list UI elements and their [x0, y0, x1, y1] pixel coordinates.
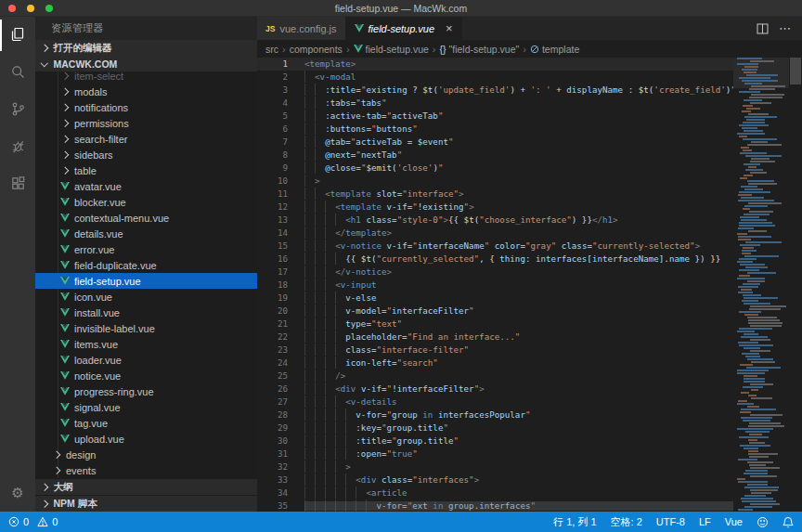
encoding-setting[interactable]: UTF-8: [656, 516, 685, 527]
tab-field-setup.vue[interactable]: field-setup.vue×: [346, 17, 462, 40]
tree-file-field-duplicate.vue[interactable]: field-duplicate.vue: [35, 257, 257, 273]
code-line-24[interactable]: icon-left="search": [304, 357, 733, 370]
search-activity-button[interactable]: [0, 54, 35, 91]
tree-file-contextual-menu.vue[interactable]: contextual-menu.vue: [35, 210, 257, 226]
close-window-button[interactable]: [8, 5, 16, 12]
code-line-25[interactable]: />: [304, 370, 733, 383]
minimap[interactable]: [733, 58, 789, 512]
code-editor[interactable]: 1234567891011121314151617181920212223242…: [257, 58, 802, 512]
open-editors-section[interactable]: 打开的编辑器: [35, 40, 257, 56]
breadcrumb-item-5[interactable]: template: [530, 44, 579, 55]
problems-warnings[interactable]: 0: [37, 516, 58, 527]
tree-file-signal.vue[interactable]: signal.vue: [35, 399, 257, 415]
tree-folder-table[interactable]: table: [35, 162, 257, 178]
zoom-window-button[interactable]: [45, 5, 53, 12]
tree-file-field-setup.vue[interactable]: field-setup.vue: [35, 273, 257, 289]
split-editor-icon[interactable]: [757, 23, 769, 34]
extensions-activity-button[interactable]: [0, 165, 35, 202]
problems-errors[interactable]: 0: [8, 516, 29, 527]
notifications-bell-icon[interactable]: [783, 516, 794, 528]
cursor-position[interactable]: 行 1, 列 1: [553, 515, 596, 529]
code-line-30[interactable]: :title="group.title": [304, 435, 733, 448]
code-line-10[interactable]: >: [304, 175, 733, 188]
tree-folder-permissions[interactable]: permissions: [35, 115, 257, 131]
tree-file-loader.vue[interactable]: loader.vue: [35, 352, 257, 368]
settings-button[interactable]: ⚙: [0, 474, 35, 512]
tree-file-invisible-label.vue[interactable]: invisible-label.vue: [35, 320, 257, 336]
vertical-scrollbar[interactable]: [789, 58, 802, 512]
code-line-9[interactable]: @close="$emit('close')": [304, 162, 733, 175]
code-line-26[interactable]: <div v-if="!interfaceFilter">: [304, 383, 733, 396]
code-line-32[interactable]: >: [304, 461, 733, 474]
tree-folder-notifications[interactable]: notifications: [35, 99, 257, 115]
tab-vue.config.js[interactable]: JSvue.config.js: [257, 17, 346, 40]
code-line-19[interactable]: v-else: [304, 292, 733, 305]
code-line-17[interactable]: </v-notice>: [304, 266, 733, 279]
breadcrumb-item-3[interactable]: field-setup.vue: [354, 44, 429, 55]
code-line-18[interactable]: <v-input: [304, 279, 733, 292]
outline-section[interactable]: 大纲: [35, 478, 257, 495]
tree-file-icon.vue[interactable]: icon.vue: [35, 289, 257, 305]
tree-folder-modals[interactable]: modals: [35, 84, 257, 99]
tree-file-install.vue[interactable]: install.vue: [35, 305, 257, 320]
tree-file-progress-ring.vue[interactable]: progress-ring.vue: [35, 383, 257, 399]
eol-setting[interactable]: LF: [699, 516, 711, 527]
code-line-21[interactable]: type="text": [304, 318, 733, 331]
code-line-28[interactable]: v-for="group in interfacesPopular": [304, 409, 733, 422]
tree-folder-events[interactable]: events: [35, 462, 257, 478]
chevron-right-icon: [41, 45, 48, 52]
tree-folder-search-filter[interactable]: search-filter: [35, 131, 257, 147]
tree-file-blocker.vue[interactable]: blocker.vue: [35, 194, 257, 210]
code-line-20[interactable]: v-model="interfaceFilter": [304, 305, 733, 318]
code-line-14[interactable]: </template>: [304, 227, 733, 240]
code-line-15[interactable]: <v-notice v-if="interfaceName" color="gr…: [304, 240, 733, 253]
npm-scripts-section[interactable]: NPM 脚本: [35, 495, 257, 512]
explorer-activity-button[interactable]: [0, 17, 35, 54]
source-control-activity-button[interactable]: [0, 91, 35, 128]
code-line-4[interactable]: :tabs="tabs": [304, 97, 733, 110]
vertical-scrollbar-thumb[interactable]: [790, 58, 801, 84]
code-line-2[interactable]: <v-modal: [304, 71, 733, 84]
tree-file-error.vue[interactable]: error.vue: [35, 241, 257, 257]
code-line-6[interactable]: :buttons="buttons": [304, 123, 733, 136]
breadcrumb-item-4[interactable]: {}"field-setup.vue": [440, 44, 520, 55]
tree-file-tag.vue[interactable]: tag.vue: [35, 415, 257, 431]
breadcrumb-item-2[interactable]: components: [290, 44, 343, 55]
tree-file-details.vue[interactable]: details.vue: [35, 226, 257, 241]
code-line-27[interactable]: <v-details: [304, 396, 733, 409]
code-line-1[interactable]: <template>: [304, 58, 733, 71]
feedback-smiley-icon[interactable]: [757, 516, 769, 528]
tree-file-notice.vue[interactable]: notice.vue: [35, 368, 257, 383]
tree-item-label: search-filter: [74, 134, 127, 145]
code-line-29[interactable]: :key="group.title": [304, 422, 733, 435]
workspace-root-section[interactable]: MACWK.COM: [35, 56, 257, 71]
code-line-34[interactable]: <article: [304, 487, 733, 500]
minimize-window-button[interactable]: [27, 5, 34, 12]
close-tab-icon[interactable]: ×: [446, 22, 453, 34]
breadcrumb-item-1[interactable]: src: [265, 44, 278, 55]
code-line-23[interactable]: class="interface-filter": [304, 344, 733, 357]
code-line-7[interactable]: @tab="activeTab = $event": [304, 136, 733, 149]
indentation-setting[interactable]: 空格: 2: [611, 515, 642, 529]
tree-file-upload.vue[interactable]: upload.vue: [35, 431, 257, 447]
tree-folder-sidebars[interactable]: sidebars: [35, 147, 257, 162]
code-line-33[interactable]: <div class="interfaces">: [304, 474, 733, 487]
language-mode[interactable]: Vue: [725, 516, 743, 527]
more-actions-icon[interactable]: ⋯: [779, 21, 792, 35]
code-line-22[interactable]: placeholder="Find an interface...": [304, 331, 733, 344]
tree-folder-item-select[interactable]: item-select: [35, 71, 257, 84]
debug-activity-button[interactable]: [0, 128, 35, 165]
code-line-31[interactable]: :open="true": [304, 448, 733, 461]
code-line-8[interactable]: @next="nextTab": [304, 149, 733, 162]
code-line-13[interactable]: <h1 class="style-0">{{ $t("choose_interf…: [304, 214, 733, 227]
code-line-16[interactable]: {{ $t("currently_selected", { thing: int…: [304, 253, 733, 266]
status-left: 0 0: [8, 516, 58, 527]
horizontal-scrollbar-thumb[interactable]: [304, 501, 733, 511]
code-line-3[interactable]: :title="existing ? $t('update_field') + …: [304, 84, 733, 97]
tree-file-items.vue[interactable]: items.vue: [35, 336, 257, 352]
code-line-12[interactable]: <template v-if="!existing">: [304, 201, 733, 214]
code-line-11[interactable]: <template slot="interface">: [304, 188, 733, 201]
code-line-5[interactable]: :active-tab="activeTab": [304, 110, 733, 123]
tree-file-avatar.vue[interactable]: avatar.vue: [35, 178, 257, 194]
tree-folder-design[interactable]: design: [35, 447, 257, 462]
